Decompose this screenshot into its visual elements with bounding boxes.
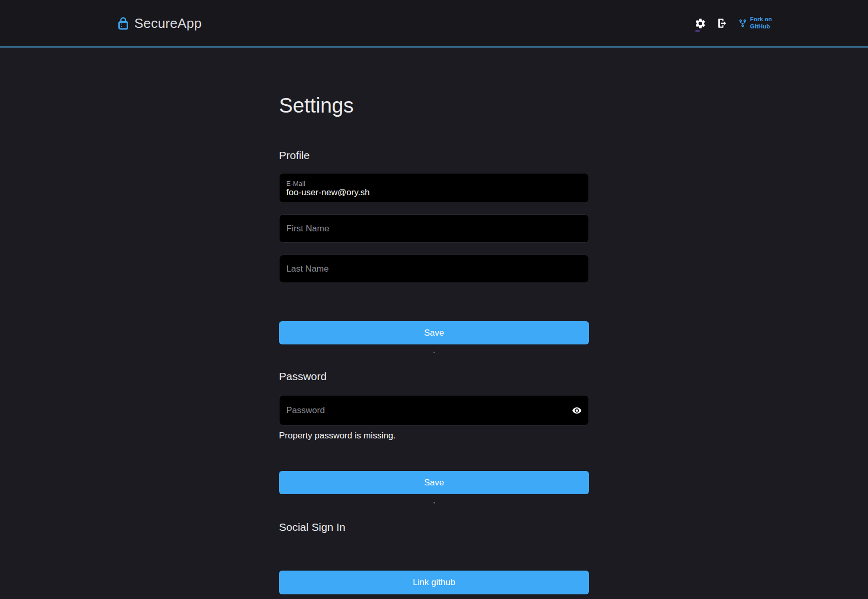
eye-icon	[572, 405, 582, 415]
email-field: E-Mail	[279, 173, 589, 203]
last-name-input[interactable]	[286, 264, 582, 274]
brand: SecureApp	[118, 15, 202, 31]
gear-icon	[694, 18, 706, 29]
last-name-field	[279, 255, 589, 283]
dot-indicator	[433, 502, 435, 503]
navbar-actions: Fork on GitHub	[694, 16, 772, 30]
first-name-field	[279, 214, 589, 243]
social-sign-in-heading: Social Sign In	[279, 521, 589, 534]
git-fork-icon	[738, 18, 747, 29]
password-save-button[interactable]: Save	[279, 471, 589, 494]
password-heading: Password	[279, 370, 589, 383]
toggle-password-visibility-button[interactable]	[572, 405, 582, 415]
social-sign-in-section: Social Sign In Link github	[279, 521, 589, 594]
profile-heading: Profile	[279, 149, 589, 162]
settings-page: Settings Profile E-Mail Save Password	[279, 93, 589, 594]
fork-link-label: Fork on GitHub	[750, 16, 772, 30]
link-github-button[interactable]: Link github	[279, 571, 589, 594]
password-field	[279, 395, 589, 425]
fork-on-github-link[interactable]: Fork on GitHub	[738, 16, 772, 30]
navbar: SecureApp	[0, 0, 868, 48]
first-name-input[interactable]	[286, 224, 582, 234]
password-section: Password Property password is missing. S…	[279, 370, 589, 503]
page-title: Settings	[279, 93, 589, 118]
email-field-label: E-Mail	[286, 180, 582, 187]
dot-indicator	[433, 352, 435, 353]
profile-section: Profile E-Mail Save	[279, 149, 589, 353]
email-input[interactable]	[286, 187, 582, 198]
password-error-message: Property password is missing.	[279, 431, 589, 441]
settings-gear-button[interactable]	[694, 18, 706, 29]
lock-icon	[118, 17, 129, 30]
logout-button[interactable]	[717, 18, 728, 29]
logout-icon	[717, 18, 728, 29]
password-input[interactable]	[286, 405, 582, 416]
gear-active-indicator	[695, 30, 700, 31]
brand-title: SecureApp	[134, 15, 202, 31]
profile-save-button[interactable]: Save	[279, 321, 589, 344]
